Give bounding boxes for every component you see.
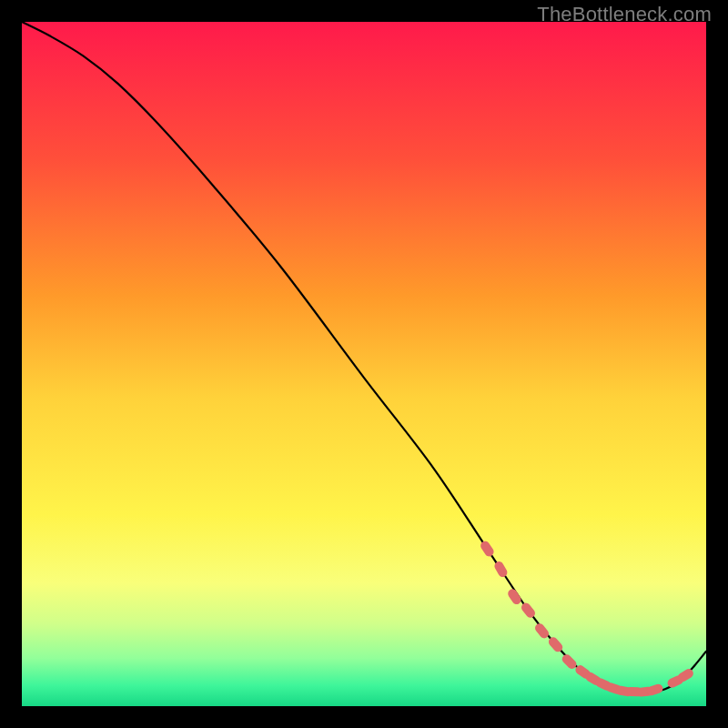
chart-plot-area (22, 22, 706, 706)
bottleneck-chart (22, 22, 706, 706)
chart-stage: TheBottleneck.com (0, 0, 728, 728)
watermark-text: TheBottleneck.com (537, 3, 712, 26)
